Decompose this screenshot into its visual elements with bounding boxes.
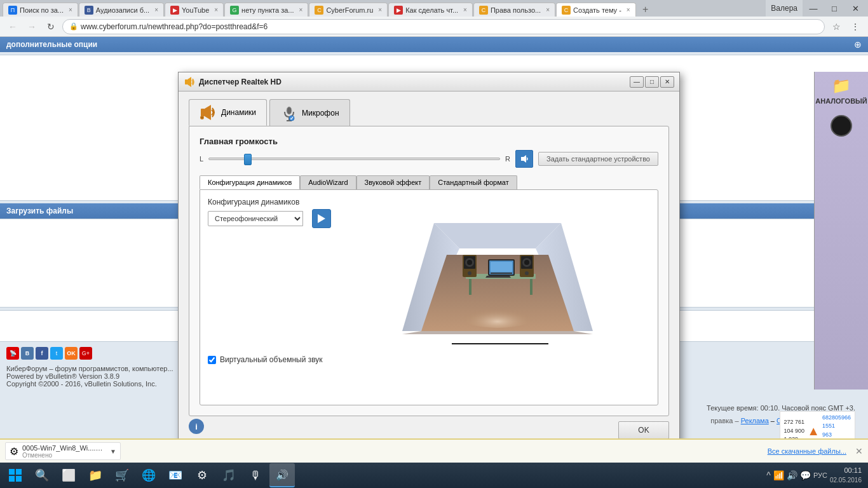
set-default-button[interactable]: Задать стандартное устройство [538,152,658,166]
tray-volume-icon[interactable]: 🔊 [787,470,797,480]
close-button[interactable]: ✕ [845,0,865,17]
reload-button[interactable]: ↻ [43,19,58,34]
tab-audio[interactable]: В Аудиозаписи б... × [79,3,164,17]
taskbar-chrome-item[interactable]: 🔊 [269,463,295,487]
user-profile[interactable]: Валера [766,0,803,17]
tab-microphone[interactable]: ✓ Микрофон [269,99,349,126]
tray-network-icon[interactable]: 📶 [773,470,784,480]
back-button[interactable]: ← [5,19,20,34]
bookmark-button[interactable]: ☆ [829,19,844,34]
social-gplus-icon[interactable]: G+ [79,347,92,360]
tab-close-prava[interactable]: × [546,6,550,13]
stats-line4: 682805966 [822,414,851,423]
tab-label-netu: нету пункта за... [241,6,294,14]
tab-netu[interactable]: G нету пункта за... × [224,3,308,17]
dialog-footer-row: i OK [189,416,669,440]
windows-logo-icon [8,468,22,482]
config-select[interactable]: Стереофонический Моно Квадро 5.1 7.1 [208,211,303,226]
svg-rect-21 [530,279,532,295]
taskbar-taskview-button[interactable]: ⬜ [56,463,81,488]
speaker-room-svg [396,198,599,350]
config-panel: Конфигурация динамиков Стереофонический … [208,198,335,364]
tab-kak[interactable]: ▶ Как сделать чт... × [388,3,473,17]
tab-youtube[interactable]: ▶ YouTube × [165,3,224,17]
dialog-minimize-button[interactable]: — [630,76,644,88]
tray-show-hidden-icon[interactable]: ^ [766,470,771,480]
volume-section: Главная громкость L R [200,137,658,168]
social-rss-icon[interactable]: 📡 [6,347,19,360]
taskbar-voice-icon: 🎙 [250,469,261,482]
section-header-title: дополнительные опции [6,40,97,49]
taskbar-media-button[interactable]: 🎵 [216,463,241,488]
footer-links-text: правка – [710,417,740,424]
svg-marker-12 [318,214,325,223]
taskbar-settings-button[interactable]: ⚙ [189,463,215,488]
menu-button[interactable]: ⋮ [848,19,863,34]
dialog-title: Диспетчер Realtek HD [199,78,630,86]
stats-line6: 963 [822,431,851,440]
tab-close-audio[interactable]: × [154,6,158,13]
analog-panel: 📁 АНАЛОГОВЫЙ [814,72,868,390]
play-icon [318,214,325,223]
tab-close-netu[interactable]: × [299,6,303,13]
taskbar-voice-button[interactable]: 🎙 [243,463,268,488]
restore-button[interactable]: □ [824,0,844,17]
taskbar-taskview-icon: ⬜ [62,468,76,482]
taskbar-mail-button[interactable]: 📧 [163,463,188,488]
taskbar-mail-icon: 📧 [168,468,182,482]
tab-search[interactable]: П Поиск по за... × [3,3,78,17]
mic-tab-label: Микрофон [302,109,339,118]
taskbar-store-button[interactable]: 🛒 [109,463,135,488]
tab-favicon-search: П [8,6,17,15]
taskbar-fileexplorer-button[interactable]: 📁 [83,463,108,488]
tab-close-create[interactable]: × [627,6,630,13]
download-bar-close[interactable]: ✕ [855,446,863,456]
tray-message-icon[interactable]: 💬 [800,470,811,480]
social-tw-icon[interactable]: t [50,347,63,360]
url-bar[interactable]: 🔒 www.cyberforum.ru/newthread.php?do=pos… [62,19,825,34]
footer-link-ad[interactable]: Реклама [741,417,769,424]
info-button[interactable]: i [189,419,204,434]
taskbar-search-button[interactable]: 🔍 [29,463,55,488]
dialog-restore-button[interactable]: □ [645,76,659,88]
tab-close-kak[interactable]: × [463,6,467,13]
tab-close-cyberforum[interactable]: × [378,6,382,13]
download-item-chevron[interactable]: ▼ [110,448,116,455]
start-button[interactable] [3,463,28,488]
tab-create[interactable]: С Создать тему - × [556,3,636,17]
volume-label: Главная громкость [200,137,278,146]
social-ok-icon[interactable]: OK [65,347,78,360]
dialog-close-button[interactable]: ✕ [660,76,674,88]
inner-tab-standard-format[interactable]: Стандартный формат [430,175,517,189]
play-test-button[interactable] [312,209,331,228]
virtual-surround-checkbox[interactable] [208,356,216,364]
tab-cyberforum[interactable]: С CyberForum.ru × [309,3,388,17]
svg-rect-40 [16,469,22,475]
all-downloads-link[interactable]: Все скачанные файлы... [768,447,846,455]
social-vk-icon[interactable]: В [21,347,34,360]
svg-point-27 [468,271,471,275]
browser-content: дополнительные опции ⊕ Загрузить файлы ⊕… [0,37,868,488]
tab-speakers[interactable]: Динамики [189,99,267,126]
tab-prava[interactable]: С Права пользо... × [473,3,555,17]
tab-close-youtube[interactable]: × [214,6,218,13]
tray-keyboard-text[interactable]: РУС [813,471,827,479]
ok-button[interactable]: OK [618,421,669,439]
new-tab-button[interactable]: + [637,3,654,17]
taskbar-store-icon: 🛒 [115,468,129,482]
social-fb-icon[interactable]: f [36,347,48,360]
tab-close-search[interactable]: × [69,6,72,13]
taskbar-settings-icon: ⚙ [197,468,207,482]
inner-tab-audiowizard[interactable]: AudioWizard [300,175,356,189]
svg-rect-20 [469,279,471,295]
forward-button[interactable]: → [24,19,39,34]
taskbar-edge-button[interactable]: 🌐 [136,463,161,488]
section-expand-icon[interactable]: ⊕ [854,39,862,50]
analog-circle [831,115,852,137]
volume-thumb[interactable] [244,154,252,165]
inner-tab-sound-effect[interactable]: Звуковой эффект [356,175,430,189]
volume-boost-button[interactable] [515,150,533,168]
stats-arrow-icon: ▲ [807,424,820,438]
minimize-button[interactable]: — [803,0,824,17]
inner-tab-config[interactable]: Конфигурация динамиков [200,175,300,189]
